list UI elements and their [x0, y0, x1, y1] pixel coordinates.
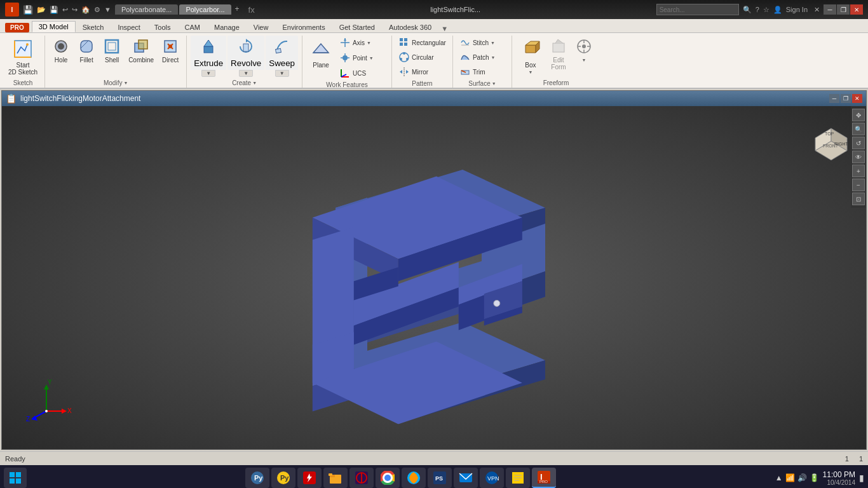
extrude-btn[interactable]: Extrude: [191, 36, 226, 70]
look-tool[interactable]: 👁: [852, 151, 865, 163]
quick-access-dropdown[interactable]: ▼: [104, 6, 111, 13]
tray-network-icon[interactable]: 📶: [785, 473, 795, 482]
ribbon-tab-bar: PRO 3D Model Sketch Inspect Tools CAM Ma…: [0, 19, 868, 33]
new-tab-btn[interactable]: +: [235, 4, 240, 15]
system-tray-icons: ▲ 📶 🔊 🔋: [775, 473, 819, 482]
svg-point-39: [400, 58, 402, 60]
system-clock[interactable]: 11:00 PM 10/4/2014: [823, 470, 855, 486]
orbit-tool[interactable]: ↺: [852, 137, 865, 149]
restore-btn[interactable]: ❐: [837, 4, 850, 15]
show-desktop-btn[interactable]: ▮: [859, 473, 864, 483]
taskbar-app-sticky[interactable]: [506, 468, 530, 488]
zoom-tool[interactable]: 🔍: [852, 123, 865, 135]
revolve-dropdown-arrow[interactable]: ▼: [239, 70, 253, 77]
quick-access-undo[interactable]: ↩: [62, 6, 68, 14]
sign-in-btn[interactable]: Sign In: [786, 6, 808, 13]
tab-inspect[interactable]: Inspect: [111, 22, 147, 32]
modify-dropdown-arrow[interactable]: ▼: [123, 81, 128, 85]
pan-tool[interactable]: ✥: [852, 109, 865, 121]
circular-btn[interactable]: Circular: [396, 50, 449, 64]
patch-btn[interactable]: Patch ▼: [457, 50, 508, 64]
create-dropdown-arrow[interactable]: ▼: [252, 81, 257, 85]
tray-up-arrow[interactable]: ▲: [775, 473, 783, 482]
tab-view[interactable]: View: [247, 22, 276, 32]
surface-dropdown-arrow[interactable]: ▼: [492, 81, 496, 86]
box-dropdown-arrow[interactable]: ▼: [528, 70, 532, 74]
viewport-3d[interactable]: FRONT RIGHT TOP Y X Z: [2, 106, 866, 449]
tab-sketch[interactable]: Sketch: [76, 22, 111, 32]
zoom-in-tool[interactable]: +: [852, 165, 865, 177]
taskbar-app-flash[interactable]: [297, 468, 322, 488]
zoom-out-tool[interactable]: −: [852, 179, 865, 191]
close-icon[interactable]: ✕: [814, 6, 820, 14]
quick-access-new[interactable]: 💾: [23, 5, 33, 15]
viewcube[interactable]: FRONT RIGHT TOP: [809, 119, 853, 163]
point-btn[interactable]: Point ▼: [337, 51, 388, 65]
sweep-btn[interactable]: Sweep: [266, 36, 298, 70]
quick-access-open[interactable]: 📂: [37, 6, 46, 14]
ribbon-group-freeform: Box ▼ EditForm ▼ Freeform: [513, 36, 600, 88]
box-btn[interactable]: Box ▼: [516, 36, 545, 76]
tray-volume-icon[interactable]: 🔊: [797, 473, 807, 482]
stitch-btn[interactable]: Stitch ▼: [457, 36, 508, 50]
tray-battery-icon[interactable]: 🔋: [810, 473, 819, 482]
ribbon-expand-icon[interactable]: ▼: [441, 25, 448, 32]
rectangular-btn[interactable]: Rectangular: [396, 36, 449, 50]
star-icon[interactable]: ☆: [763, 6, 770, 14]
quick-access-save[interactable]: 💾: [50, 6, 58, 14]
taskbar-app-python2[interactable]: Py: [271, 468, 295, 488]
user-icon[interactable]: 👤: [773, 6, 782, 14]
taskbar-app-inventor[interactable]: IPRO: [532, 468, 556, 488]
taskbar-app-python1[interactable]: Py: [245, 468, 269, 488]
viewport-restore-btn[interactable]: ❐: [841, 94, 851, 103]
taskbar-app-vpn[interactable]: VPN: [480, 468, 504, 488]
tab-3d-model[interactable]: 3D Model: [32, 21, 76, 32]
revolve-btn[interactable]: Revolve: [227, 36, 264, 70]
shell-btn[interactable]: Shell: [100, 36, 124, 65]
hole-btn[interactable]: Hole: [49, 36, 73, 65]
extrude-dropdown-arrow[interactable]: ▼: [201, 70, 215, 77]
fit-tool[interactable]: ⊡: [852, 193, 865, 205]
direct-btn[interactable]: Direct: [158, 36, 182, 65]
tab-environments[interactable]: Environments: [275, 22, 332, 32]
display-dropdown-icon[interactable]: ▼: [581, 58, 586, 62]
taskbar-app-powershell[interactable]: PS: [428, 468, 452, 488]
tab-manage[interactable]: Manage: [207, 22, 247, 32]
start-menu-btn[interactable]: [4, 468, 27, 488]
taskbar-app-chrome[interactable]: [376, 468, 400, 488]
taskbar-app-firefox[interactable]: [402, 468, 426, 488]
viewport-minimize-btn[interactable]: ─: [829, 94, 839, 103]
doc-tab-1[interactable]: Polycarbonate...: [115, 4, 179, 15]
fillet-btn[interactable]: Fillet: [74, 36, 98, 65]
taskbar-app-mail[interactable]: [454, 468, 478, 488]
ucs-btn[interactable]: UCS: [337, 66, 388, 80]
taskbar-app-terminator[interactable]: [349, 468, 374, 488]
taskbar-app-explorer[interactable]: [323, 468, 348, 488]
minimize-btn[interactable]: ─: [824, 4, 836, 15]
tab-get-started[interactable]: Get Started: [332, 22, 382, 32]
mirror-btn[interactable]: Mirror: [396, 65, 449, 79]
tab-autodesk-360[interactable]: Autodesk 360: [382, 22, 438, 32]
axis-btn[interactable]: Axis ▼: [337, 36, 388, 50]
tab-tools[interactable]: Tools: [147, 22, 178, 32]
start-2d-sketch-btn[interactable]: Start2D Sketch: [5, 36, 41, 78]
formula-btn[interactable]: fx: [248, 5, 255, 15]
viewport-close-btn[interactable]: ✕: [852, 94, 862, 103]
plane-btn[interactable]: Plane: [306, 36, 336, 71]
quick-access-home[interactable]: 🏠: [81, 6, 90, 14]
trim-btn[interactable]: Trim: [457, 65, 508, 79]
svg-rect-9: [108, 43, 116, 50]
combine-btn[interactable]: Combine: [125, 36, 157, 65]
quick-access-redo[interactable]: ↪: [72, 6, 78, 14]
surface-group-items: Stitch ▼ Patch ▼ Trim: [457, 36, 508, 79]
edit-form-btn[interactable]: EditForm: [546, 36, 571, 72]
global-search-input[interactable]: [656, 4, 739, 15]
search-icon[interactable]: 🔍: [743, 6, 752, 14]
display-options-btn[interactable]: ▼: [572, 36, 596, 64]
doc-tab-2[interactable]: Polycarbor...: [179, 4, 231, 15]
quick-access-settings[interactable]: ⚙: [94, 6, 100, 14]
close-btn[interactable]: ✕: [850, 4, 863, 15]
help-icon[interactable]: ?: [756, 6, 759, 13]
sweep-dropdown-arrow[interactable]: ▼: [275, 70, 289, 77]
tab-cam[interactable]: CAM: [178, 22, 207, 32]
